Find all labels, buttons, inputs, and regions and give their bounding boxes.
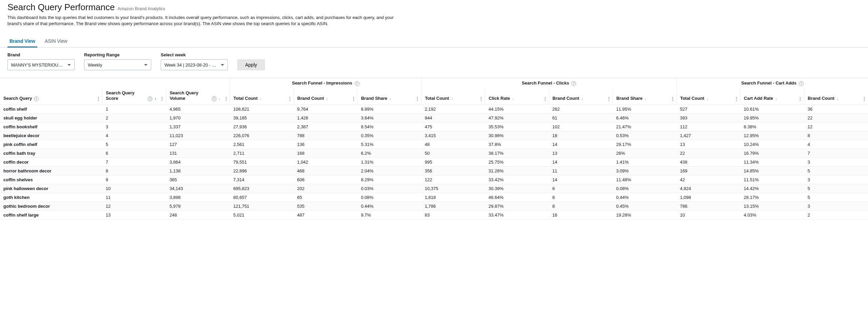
column-header-i_total[interactable]: Total Count↓⋮ xyxy=(230,88,294,105)
column-label: Brand Count xyxy=(808,96,834,101)
cell-c_bcount: 8 xyxy=(549,202,613,211)
cell-i_total: 7,314 xyxy=(230,175,294,184)
column-menu-icon[interactable]: ⋮ xyxy=(543,96,548,101)
cell-c_rate: 37.8% xyxy=(485,140,549,149)
sort-desc-icon[interactable]: ↓ xyxy=(836,96,839,101)
cell-c_rate: 46.64% xyxy=(485,193,549,202)
cell-score: 1 xyxy=(102,105,166,114)
help-icon[interactable]: ? xyxy=(34,96,39,101)
column-header-query[interactable]: Search Query?⋮ xyxy=(0,88,102,105)
column-header-ca_total[interactable]: Total Count↓⋮ xyxy=(676,88,740,105)
apply-button[interactable]: Apply xyxy=(237,59,265,70)
column-menu-icon[interactable]: ⋮ xyxy=(734,96,739,101)
tab-brand-view[interactable]: Brand View xyxy=(7,36,37,47)
cell-i_total: 22,896 xyxy=(230,167,294,175)
cell-score: 6 xyxy=(102,149,166,158)
sort-desc-icon[interactable]: ↓ xyxy=(326,96,328,101)
cell-ca_rate: 19.95% xyxy=(741,114,804,123)
column-menu-icon[interactable]: ⋮ xyxy=(479,96,484,101)
cell-ca_total: 1,098 xyxy=(676,193,740,202)
cell-c_bshare: 29.17% xyxy=(613,140,676,149)
tab-asin-view[interactable]: ASIN View xyxy=(43,36,70,47)
sort-desc-icon[interactable]: ↓ xyxy=(389,96,391,101)
column-header-c_total[interactable]: Total Count↓⋮ xyxy=(421,88,485,105)
help-icon[interactable]: ? xyxy=(212,96,216,101)
column-menu-icon[interactable]: ⋮ xyxy=(288,96,292,101)
column-menu-icon[interactable]: ⋮ xyxy=(224,96,229,101)
help-icon[interactable]: ? xyxy=(799,81,804,86)
sort-desc-icon[interactable]: ↓ xyxy=(451,96,453,101)
column-menu-icon[interactable]: ⋮ xyxy=(160,96,164,101)
cell-volume: 3,898 xyxy=(166,193,230,202)
cell-score: 2 xyxy=(102,114,166,123)
column-menu-icon[interactable]: ⋮ xyxy=(670,96,675,101)
column-header-score[interactable]: Search Query Score?↑⋮ xyxy=(102,88,166,105)
column-menu-icon[interactable]: ⋮ xyxy=(798,96,803,101)
cell-score: 8 xyxy=(102,167,166,175)
sort-desc-icon[interactable]: ↓ xyxy=(706,96,708,101)
cell-c_bcount: 102 xyxy=(549,123,613,131)
cell-c_total: 122 xyxy=(421,175,485,184)
column-header-c_rate[interactable]: Click Rate↓⋮ xyxy=(485,88,549,105)
cell-c_rate: 30.98% xyxy=(485,131,549,140)
data-table-container[interactable]: Search Funnel - Impressions ? Search Fun… xyxy=(0,78,868,220)
help-icon[interactable]: ? xyxy=(148,96,152,101)
cell-volume: 131 xyxy=(166,149,230,158)
cell-i_bcount: 9,764 xyxy=(294,105,357,114)
cell-ca_bcount: 4 xyxy=(804,140,868,149)
sort-desc-icon[interactable]: ↓ xyxy=(512,96,514,101)
column-header-i_bshare[interactable]: Brand Share↓⋮ xyxy=(357,88,421,105)
cell-ca_bcount: 3 xyxy=(804,158,868,167)
cell-query: pink halloween decor xyxy=(0,184,102,193)
column-header-i_bcount[interactable]: Brand Count↓⋮ xyxy=(294,88,357,105)
cell-ca_bcount: 36 xyxy=(804,105,868,114)
cell-i_bshare: 8.29% xyxy=(357,175,421,184)
page-description: This dashboard lists the top queries tha… xyxy=(7,15,401,27)
table-row: skull egg holder21,97039,1851,4283.64%94… xyxy=(0,114,868,123)
brand-dropdown[interactable]: MANNY'S MYSTERIOUS ODDITI xyxy=(7,59,75,70)
cell-c_total: 475 xyxy=(421,123,485,131)
cell-volume: 248 xyxy=(166,211,230,220)
help-icon[interactable]: ? xyxy=(355,81,359,86)
sort-desc-icon[interactable]: ↓ xyxy=(581,96,583,101)
chevron-down-icon xyxy=(221,64,224,66)
cell-c_total: 3,415 xyxy=(421,131,485,140)
column-menu-icon[interactable]: ⋮ xyxy=(862,96,867,101)
column-header-ca_bcount[interactable]: Brand Count↓⋮ xyxy=(804,88,868,105)
column-label: Search Query Volume xyxy=(170,90,210,101)
help-icon[interactable]: ? xyxy=(571,81,576,86)
range-dropdown[interactable]: Weekly xyxy=(84,59,151,70)
cell-score: 11 xyxy=(102,193,166,202)
column-menu-icon[interactable]: ⋮ xyxy=(96,96,101,101)
column-menu-icon[interactable]: ⋮ xyxy=(415,96,420,101)
cell-ca_bcount: 5 xyxy=(804,193,868,202)
cell-i_total: 80,657 xyxy=(230,193,294,202)
column-label: Brand Count xyxy=(297,96,324,101)
cell-i_bshare: 8.99% xyxy=(357,105,421,114)
cell-ca_bcount: 8 xyxy=(804,131,868,140)
cell-ca_bcount: 5 xyxy=(804,184,868,193)
cell-c_bcount: 13 xyxy=(549,149,613,158)
cell-query: skull egg holder xyxy=(0,114,102,123)
column-menu-icon[interactable]: ⋮ xyxy=(607,96,611,101)
column-label: Click Rate xyxy=(489,96,510,101)
column-menu-icon[interactable]: ⋮ xyxy=(351,96,356,101)
sort-desc-icon[interactable]: ↓ xyxy=(645,96,647,101)
sort-asc-icon[interactable]: ↑ xyxy=(154,96,156,101)
cell-ca_total: 22 xyxy=(676,149,740,158)
column-header-volume[interactable]: Search Query Volume?↓⋮ xyxy=(166,88,230,105)
cell-volume: 1,970 xyxy=(166,114,230,123)
column-header-c_bcount[interactable]: Brand Count↓⋮ xyxy=(549,88,613,105)
cell-query: pink coffin shelf xyxy=(0,140,102,149)
table-row: coffin bath tray61312,7111686.2%5038.17%… xyxy=(0,149,868,158)
sort-desc-icon[interactable]: ↓ xyxy=(260,96,262,101)
column-header-ca_rate[interactable]: Cart Add Rate↓⋮ xyxy=(741,88,804,105)
column-header-c_bshare[interactable]: Brand Share↓⋮ xyxy=(613,88,676,105)
sort-desc-icon[interactable]: ↓ xyxy=(218,96,220,101)
sort-desc-icon[interactable]: ↓ xyxy=(775,96,777,101)
query-performance-table: Search Funnel - Impressions ? Search Fun… xyxy=(0,78,868,220)
week-dropdown[interactable]: Week 34 | 2023-08-20 - 2023-0 xyxy=(161,59,228,70)
table-row: goth kitchen113,89880,657650.08%1,81846.… xyxy=(0,193,868,202)
cell-ca_rate: 16.79% xyxy=(741,149,804,158)
group-blank xyxy=(0,78,230,88)
